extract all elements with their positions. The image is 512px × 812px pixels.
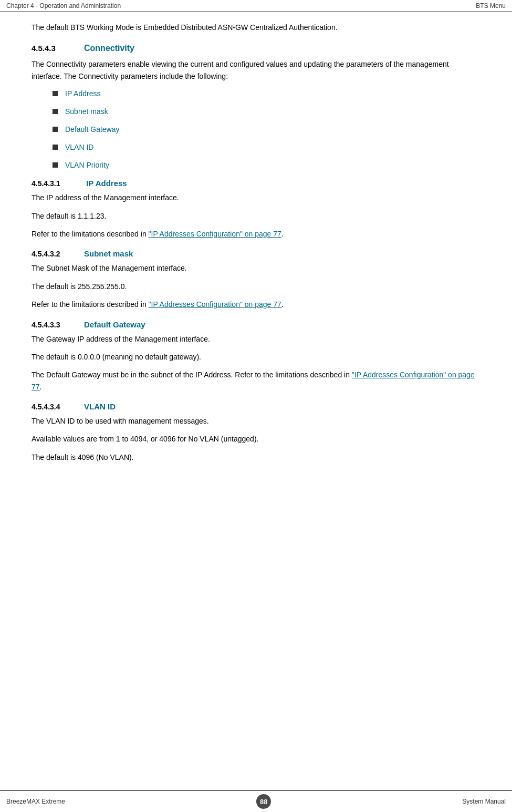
bullet-label: Default Gateway [65,125,120,133]
vlan-id-para-2: Available values are from 1 to 4094, or … [32,433,480,445]
default-gateway-para-2: The default is 0.0.0.0 (meaning no defau… [32,351,480,363]
vlan-id-heading: 4.5.4.3.4 VLAN ID [32,402,480,411]
bullet-label: VLAN Priority [65,161,109,169]
connectivity-title: Connectivity [84,44,134,53]
bullet-label: VLAN ID [65,143,93,151]
default-gateway-number: 4.5.4.3.3 [32,321,84,329]
subnet-mask-para-3: Refer to the limitations described in "I… [32,299,480,310]
default-gateway-title: Default Gateway [84,320,145,329]
list-item: IP Address [53,89,480,98]
connectivity-bullet-list: IP Address Subnet mask Default Gateway V… [53,89,480,169]
list-item: Subnet mask [53,107,480,116]
page-footer: BreezeMAX Extreme 88 System Manual [0,790,512,812]
bullet-icon [53,162,58,168]
header-left: Chapter 4 - Operation and Administration [6,2,121,9]
section-subnet-mask: 4.5.4.3.2 Subnet mask The Subnet Mask of… [32,249,480,310]
subnet-mask-para-2: The default is 255.255.255.0. [32,281,480,292]
header-right: BTS Menu [476,2,506,9]
subnet-mask-heading: 4.5.4.3.2 Subnet mask [32,249,480,258]
bullet-icon [53,145,58,150]
subnet-mask-link-1[interactable]: "IP Addresses Configuration" on page 77 [149,300,281,309]
vlan-id-para-3: The default is 4096 (No VLAN). [32,451,480,463]
connectivity-heading: 4.5.4.3 Connectivity [32,44,480,53]
bullet-icon [53,127,58,132]
main-content: The default BTS Working Mode is Embedded… [0,12,512,501]
section-default-gateway: 4.5.4.3.3 Default Gateway The Gateway IP… [32,320,480,393]
page-header: Chapter 4 - Operation and Administration… [0,0,512,12]
bullet-label: Subnet mask [65,107,108,116]
section-ip-address: 4.5.4.3.1 IP Address The IP address of t… [32,179,480,240]
default-gateway-para-3: The Default Gateway must be in the subne… [32,369,480,393]
ip-address-title: IP Address [84,179,127,188]
section-connectivity: 4.5.4.3 Connectivity The Connectivity pa… [32,44,480,169]
subnet-mask-title: Subnet mask [84,249,133,258]
ip-address-number: 4.5.4.3.1 [32,179,84,188]
ip-address-para-1: The IP address of the Management interfa… [32,192,480,203]
ip-address-para-3: Refer to the limitations described in "I… [32,228,480,240]
footer-right: System Manual [462,798,506,805]
default-gateway-link-1[interactable]: "IP Addresses Configuration" on page 77 [32,371,475,390]
footer-left: BreezeMAX Extreme [6,798,65,805]
connectivity-description: The Connectivity parameters enable viewi… [32,58,480,82]
default-gateway-para-1: The Gateway IP address of the Management… [32,333,480,345]
bullet-label: IP Address [65,89,100,98]
bullet-icon [53,91,58,96]
intro-paragraph: The default BTS Working Mode is Embedded… [32,22,480,33]
ip-address-heading: 4.5.4.3.1 IP Address [32,179,480,188]
subnet-mask-para-1: The Subnet Mask of the Management interf… [32,262,480,274]
footer-page-number: 88 [256,794,271,809]
list-item: VLAN ID [53,143,480,151]
vlan-id-number: 4.5.4.3.4 [32,403,84,411]
list-item: VLAN Priority [53,161,480,169]
vlan-id-title: VLAN ID [84,402,116,411]
connectivity-number: 4.5.4.3 [32,44,84,53]
ip-address-para-2: The default is 1.1.1.23. [32,210,480,222]
subnet-mask-number: 4.5.4.3.2 [32,250,84,258]
default-gateway-heading: 4.5.4.3.3 Default Gateway [32,320,480,329]
bullet-icon [53,109,58,114]
ip-address-link-1[interactable]: "IP Addresses Configuration" on page 77 [149,230,281,238]
list-item: Default Gateway [53,125,480,133]
section-vlan-id: 4.5.4.3.4 VLAN ID The VLAN ID to be used… [32,402,480,463]
vlan-id-para-1: The VLAN ID to be used with management m… [32,415,480,427]
